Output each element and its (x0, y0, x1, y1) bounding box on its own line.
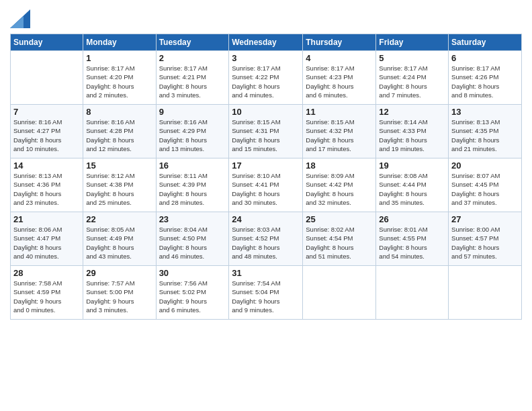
day-number: 18 (306, 161, 373, 171)
day-number: 16 (159, 161, 226, 171)
day-number: 30 (159, 268, 226, 278)
day-info: Sunrise: 8:17 AM Sunset: 4:26 PM Dayligh… (451, 64, 519, 99)
day-number: 23 (159, 214, 226, 224)
calendar-week-4: 28Sunrise: 7:58 AM Sunset: 4:59 PM Dayli… (11, 266, 522, 320)
col-header-saturday: Saturday (449, 34, 522, 51)
day-info: Sunrise: 8:16 AM Sunset: 4:29 PM Dayligh… (159, 118, 226, 153)
day-info: Sunrise: 8:16 AM Sunset: 4:27 PM Dayligh… (13, 118, 80, 153)
day-info: Sunrise: 8:17 AM Sunset: 4:20 PM Dayligh… (86, 64, 152, 99)
day-info: Sunrise: 8:15 AM Sunset: 4:31 PM Dayligh… (232, 118, 300, 153)
day-info: Sunrise: 8:10 AM Sunset: 4:41 PM Dayligh… (232, 171, 300, 207)
calendar-cell: 11Sunrise: 8:15 AM Sunset: 4:32 PM Dayli… (303, 105, 376, 158)
calendar-cell: 25Sunrise: 8:02 AM Sunset: 4:54 PM Dayli… (303, 212, 376, 266)
day-number: 22 (86, 214, 152, 224)
day-info: Sunrise: 8:17 AM Sunset: 4:23 PM Dayligh… (306, 64, 373, 99)
day-number: 14 (13, 161, 80, 171)
day-number: 5 (379, 53, 445, 63)
day-info: Sunrise: 8:06 AM Sunset: 4:47 PM Dayligh… (13, 225, 80, 261)
calendar-cell: 27Sunrise: 8:00 AM Sunset: 4:57 PM Dayli… (449, 212, 522, 266)
day-number: 26 (379, 214, 445, 224)
day-number: 28 (13, 268, 80, 278)
day-number: 7 (13, 107, 80, 117)
logo-icon (10, 9, 30, 28)
day-number: 15 (86, 161, 152, 171)
calendar-cell: 29Sunrise: 7:57 AM Sunset: 5:00 PM Dayli… (83, 266, 156, 320)
day-info: Sunrise: 8:07 AM Sunset: 4:45 PM Dayligh… (451, 171, 519, 207)
day-info: Sunrise: 7:56 AM Sunset: 5:02 PM Dayligh… (159, 279, 226, 314)
calendar-cell: 15Sunrise: 8:12 AM Sunset: 4:38 PM Dayli… (83, 158, 156, 212)
day-number: 21 (13, 214, 80, 224)
calendar-week-2: 14Sunrise: 8:13 AM Sunset: 4:36 PM Dayli… (11, 158, 522, 212)
day-info: Sunrise: 8:02 AM Sunset: 4:54 PM Dayligh… (306, 225, 373, 261)
calendar-cell: 19Sunrise: 8:08 AM Sunset: 4:44 PM Dayli… (376, 158, 449, 212)
day-number: 8 (86, 107, 152, 117)
day-number: 1 (86, 53, 152, 63)
calendar-cell: 12Sunrise: 8:14 AM Sunset: 4:33 PM Dayli… (376, 105, 449, 158)
calendar-cell: 3Sunrise: 8:17 AM Sunset: 4:22 PM Daylig… (229, 51, 303, 105)
calendar-cell: 22Sunrise: 8:05 AM Sunset: 4:49 PM Dayli… (83, 212, 156, 266)
day-number: 4 (306, 53, 373, 63)
calendar-cell (449, 266, 522, 320)
day-number: 24 (232, 214, 300, 224)
day-number: 9 (159, 107, 226, 117)
calendar-cell: 17Sunrise: 8:10 AM Sunset: 4:41 PM Dayli… (229, 158, 303, 212)
day-info: Sunrise: 7:54 AM Sunset: 5:04 PM Dayligh… (232, 279, 300, 314)
calendar-cell: 14Sunrise: 8:13 AM Sunset: 4:36 PM Dayli… (11, 158, 83, 212)
day-info: Sunrise: 7:58 AM Sunset: 4:59 PM Dayligh… (13, 279, 80, 314)
calendar-cell: 21Sunrise: 8:06 AM Sunset: 4:47 PM Dayli… (11, 212, 83, 266)
calendar-cell (303, 266, 376, 320)
calendar-cell (11, 51, 83, 105)
day-info: Sunrise: 8:09 AM Sunset: 4:42 PM Dayligh… (306, 171, 373, 207)
calendar-cell: 16Sunrise: 8:11 AM Sunset: 4:39 PM Dayli… (156, 158, 229, 212)
calendar-cell: 9Sunrise: 8:16 AM Sunset: 4:29 PM Daylig… (156, 105, 229, 158)
calendar-cell: 26Sunrise: 8:01 AM Sunset: 4:55 PM Dayli… (376, 212, 449, 266)
day-number: 10 (232, 107, 300, 117)
day-number: 6 (451, 53, 519, 63)
day-number: 2 (159, 53, 226, 63)
day-number: 27 (451, 214, 519, 224)
calendar-cell: 20Sunrise: 8:07 AM Sunset: 4:45 PM Dayli… (449, 158, 522, 212)
day-info: Sunrise: 8:00 AM Sunset: 4:57 PM Dayligh… (451, 225, 519, 261)
day-number: 11 (306, 107, 373, 117)
day-number: 20 (451, 161, 519, 171)
calendar-week-3: 21Sunrise: 8:06 AM Sunset: 4:47 PM Dayli… (11, 212, 522, 266)
day-info: Sunrise: 8:17 AM Sunset: 4:21 PM Dayligh… (159, 64, 226, 99)
col-header-monday: Monday (83, 34, 156, 51)
calendar-cell: 24Sunrise: 8:03 AM Sunset: 4:52 PM Dayli… (229, 212, 303, 266)
calendar-cell: 13Sunrise: 8:13 AM Sunset: 4:35 PM Dayli… (449, 105, 522, 158)
calendar-cell: 4Sunrise: 8:17 AM Sunset: 4:23 PM Daylig… (303, 51, 376, 105)
day-info: Sunrise: 8:03 AM Sunset: 4:52 PM Dayligh… (232, 225, 300, 261)
calendar-cell: 10Sunrise: 8:15 AM Sunset: 4:31 PM Dayli… (229, 105, 303, 158)
day-number: 12 (379, 107, 445, 117)
calendar-cell: 5Sunrise: 8:17 AM Sunset: 4:24 PM Daylig… (376, 51, 449, 105)
day-info: Sunrise: 8:01 AM Sunset: 4:55 PM Dayligh… (379, 225, 445, 261)
day-info: Sunrise: 8:08 AM Sunset: 4:44 PM Dayligh… (379, 171, 445, 207)
calendar-cell: 18Sunrise: 8:09 AM Sunset: 4:42 PM Dayli… (303, 158, 376, 212)
col-header-wednesday: Wednesday (229, 34, 303, 51)
calendar-table: SundayMondayTuesdayWednesdayThursdayFrid… (10, 34, 522, 320)
calendar-cell: 8Sunrise: 8:16 AM Sunset: 4:28 PM Daylig… (83, 105, 156, 158)
day-info: Sunrise: 8:11 AM Sunset: 4:39 PM Dayligh… (159, 171, 226, 207)
calendar-cell: 1Sunrise: 8:17 AM Sunset: 4:20 PM Daylig… (83, 51, 156, 105)
calendar-cell: 7Sunrise: 8:16 AM Sunset: 4:27 PM Daylig… (11, 105, 83, 158)
col-header-thursday: Thursday (303, 34, 376, 51)
day-number: 13 (451, 107, 519, 117)
calendar-cell: 2Sunrise: 8:17 AM Sunset: 4:21 PM Daylig… (156, 51, 229, 105)
day-number: 31 (232, 268, 300, 278)
calendar-week-1: 7Sunrise: 8:16 AM Sunset: 4:27 PM Daylig… (11, 105, 522, 158)
calendar-cell: 31Sunrise: 7:54 AM Sunset: 5:04 PM Dayli… (229, 266, 303, 320)
calendar-cell: 6Sunrise: 8:17 AM Sunset: 4:26 PM Daylig… (449, 51, 522, 105)
day-number: 3 (232, 53, 300, 63)
day-info: Sunrise: 8:15 AM Sunset: 4:32 PM Dayligh… (306, 118, 373, 153)
calendar-cell: 30Sunrise: 7:56 AM Sunset: 5:02 PM Dayli… (156, 266, 229, 320)
logo (10, 9, 33, 28)
col-header-friday: Friday (376, 34, 449, 51)
day-number: 17 (232, 161, 300, 171)
day-info: Sunrise: 8:17 AM Sunset: 4:22 PM Dayligh… (232, 64, 300, 99)
day-info: Sunrise: 8:14 AM Sunset: 4:33 PM Dayligh… (379, 118, 445, 153)
col-header-sunday: Sunday (11, 34, 83, 51)
calendar-cell (376, 266, 449, 320)
day-number: 29 (86, 268, 152, 278)
day-info: Sunrise: 7:57 AM Sunset: 5:00 PM Dayligh… (86, 279, 152, 314)
day-info: Sunrise: 8:04 AM Sunset: 4:50 PM Dayligh… (159, 225, 226, 261)
